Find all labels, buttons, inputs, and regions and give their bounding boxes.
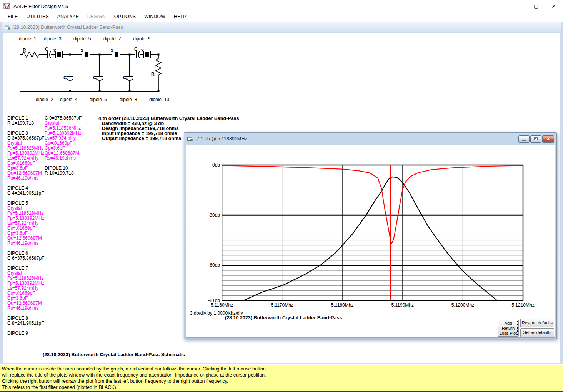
y-tick-label: -30db bbox=[199, 213, 220, 218]
dipole-label-2: dipole 2 bbox=[36, 97, 53, 102]
plot-canvas-area[interactable]: 0db-30db-60db-81db 5,1160Mhz5,1170Mhz5,1… bbox=[186, 145, 555, 338]
y-tick-label: 0db bbox=[199, 163, 220, 168]
restore-icon bbox=[534, 137, 538, 140]
parameter-line: Rs=46,19ohms bbox=[45, 156, 82, 161]
chart-title: (28.10.2023) Butterworth Crystal Ladder … bbox=[225, 315, 342, 320]
parameter-line: R 1=199,718 bbox=[7, 121, 44, 126]
dipole-label-4: dipole 4 bbox=[60, 97, 77, 102]
capacitor-label: C bbox=[63, 75, 67, 80]
dipole-parameters-column-1: DIPOLE 1R 1=199,718 DIPOLE 3C 3=375,8658… bbox=[7, 116, 44, 336]
x-tick-label: 5,1170Mhz bbox=[270, 303, 295, 308]
menu-bar: FILE UTILITIES ANALYZE DESIGN OPTIONS WI… bbox=[0, 12, 563, 21]
menu-options[interactable]: OPTIONS bbox=[110, 13, 140, 20]
menu-window[interactable]: WINDOW bbox=[140, 13, 170, 20]
x-tick-label: 5,1210Mhz bbox=[511, 303, 535, 308]
dipole-label-10: dipole 10 bbox=[149, 97, 169, 102]
dipole-parameters-column-2: C 9=375,86587pFCrystalFs=5,118526MHzFp=5… bbox=[45, 116, 82, 176]
status-bar: When the cursor is inside the area bound… bbox=[0, 365, 563, 392]
schematic-caption: (28.10.2023) Butterworth Crystal Ladder … bbox=[43, 352, 185, 357]
parameter-line: C 8=241,90511pF bbox=[7, 321, 44, 326]
window-title: AADE Filter Design V4.5 bbox=[13, 3, 68, 9]
x-tick-label: 5,1160Mhz bbox=[210, 303, 234, 308]
set-as-defaults-button[interactable]: Set as defaults bbox=[520, 328, 554, 337]
maximize-button[interactable]: ▢ bbox=[527, 0, 545, 12]
close-button[interactable]: ✕ bbox=[545, 0, 563, 12]
crystal-label: x bbox=[53, 48, 56, 53]
x-tick-label: 5,1190Mhz bbox=[390, 303, 415, 308]
dipole-label-7: dipole 7 bbox=[103, 36, 121, 42]
dipole-label-9: dipole 9 bbox=[133, 36, 150, 42]
capacitor-label: C bbox=[93, 75, 97, 80]
y-tick-label: -60db bbox=[199, 263, 220, 268]
status-line-3: Clicking the right button will redraw th… bbox=[2, 378, 561, 384]
circuit-schematic: R C x x x C x C C C R bbox=[16, 42, 166, 100]
plots-window-controls: ✕ bbox=[518, 135, 554, 143]
status-line-2: will replace the title of the plots wind… bbox=[2, 372, 561, 378]
plots-restore-button[interactable] bbox=[530, 135, 541, 143]
restore-defaults-button[interactable]: Restore defaults bbox=[520, 319, 554, 327]
parameter-line: Rs=46,19ohms bbox=[7, 176, 44, 181]
minimize-button[interactable]: — bbox=[510, 0, 527, 12]
menu-file[interactable]: FILE bbox=[3, 13, 22, 20]
add-return-loss-line1: Add Return bbox=[499, 321, 517, 331]
crystal-label: x bbox=[81, 48, 83, 53]
dipole-label-3: dipole 3 bbox=[44, 36, 61, 42]
plots-close-button[interactable]: ✕ bbox=[542, 135, 554, 143]
status-line-4: This refers to the first filter opened (… bbox=[2, 384, 561, 390]
title-bar: AADE Filter Design V4.5 — ▢ ✕ bbox=[0, 0, 563, 12]
form-icon bbox=[5, 25, 10, 30]
menu-help[interactable]: HELP bbox=[170, 13, 191, 20]
dipole-label-8: dipole 8 bbox=[120, 97, 137, 102]
dipole-label-6: dipole 6 bbox=[90, 97, 107, 102]
schematic-window-titlebar: (28.10.2023) Butterworth Crystal Ladder … bbox=[2, 22, 561, 32]
dipole-label-1: dipole 1 bbox=[19, 36, 36, 42]
x-tick-label: 5,1200Mhz bbox=[450, 303, 475, 308]
schematic-window-title: (28.10.2023) Butterworth Crystal Ladder … bbox=[12, 25, 123, 30]
parameter-line: C 6=375,86587pF bbox=[7, 256, 44, 261]
parameter-line: R 10=199,718 bbox=[45, 171, 82, 176]
dipole-label-5: dipole 5 bbox=[73, 36, 91, 42]
parameter-line: C 4=241,90511pF bbox=[7, 191, 44, 196]
menu-utilities[interactable]: UTILITIES bbox=[22, 13, 53, 20]
app-logo-icon bbox=[3, 3, 11, 10]
parameter-line: DIPOLE 9 bbox=[7, 331, 44, 336]
add-return-loss-line2: Loss Plot bbox=[500, 331, 517, 336]
add-return-loss-button[interactable]: Add Return Loss Plot bbox=[498, 320, 519, 337]
window-controls: — ▢ ✕ bbox=[510, 0, 563, 12]
minimize-icon bbox=[522, 140, 526, 141]
form-icon bbox=[187, 137, 193, 141]
menu-design: DESIGN bbox=[83, 13, 110, 20]
capacitor-label: C bbox=[123, 75, 127, 80]
response-chart[interactable] bbox=[222, 163, 525, 311]
plots-window-title: -7.1 db @ 5,118801MHz bbox=[195, 136, 247, 142]
status-line-1: When the cursor is inside the area bound… bbox=[2, 366, 561, 372]
capacitor-label: C bbox=[45, 47, 48, 52]
capacitor-label: C bbox=[134, 47, 138, 52]
resistor-label: R bbox=[23, 48, 26, 53]
crystal-label: x bbox=[111, 48, 113, 53]
x-tick-label: 5,1180Mhz bbox=[330, 303, 355, 308]
crystal-label: x bbox=[141, 48, 144, 53]
resistor-label: R bbox=[151, 72, 155, 77]
parameter-line: Rs=46,19ohms bbox=[7, 306, 44, 311]
plots-minimize-button[interactable] bbox=[518, 135, 530, 143]
plots-window: -7.1 db @ 5,118801MHz ✕ 0db-30db-60db-81… bbox=[184, 132, 557, 339]
parameter-line: Rs=46,19ohms bbox=[7, 241, 44, 246]
app-window: { "window": { "title": "AADE Filter Desi… bbox=[0, 0, 563, 392]
plots-window-titlebar[interactable]: -7.1 db @ 5,118801MHz ✕ bbox=[186, 133, 555, 145]
menu-analyze[interactable]: ANALYZE bbox=[53, 13, 83, 20]
